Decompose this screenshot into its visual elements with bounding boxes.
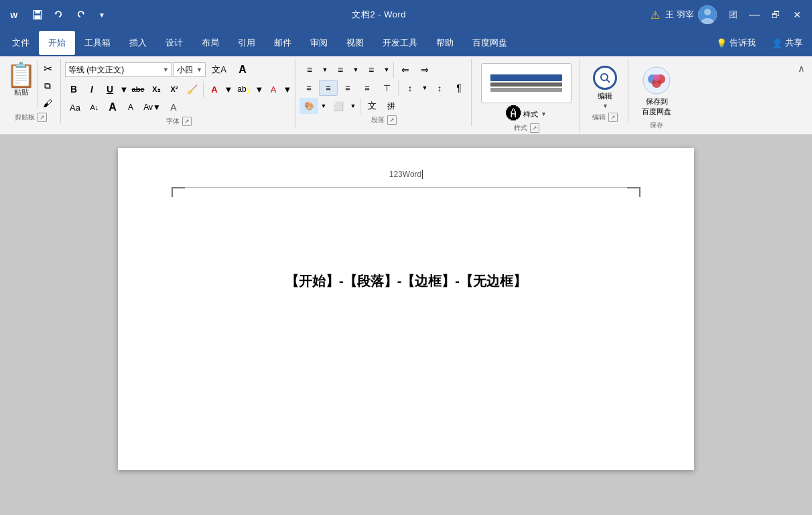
distributed-button[interactable]: ⊤ <box>377 80 396 96</box>
menu-home[interactable]: 开始 <box>39 31 75 55</box>
para-row3: 🎨 ▼ ⬜ ▼ 文 拼 <box>299 98 468 114</box>
minimize-button[interactable]: — <box>745 5 764 24</box>
ribbon-collapse-button[interactable]: ∧ <box>793 62 809 75</box>
tell-me-button[interactable]: 💡 告诉我 <box>709 34 762 52</box>
italic-button[interactable]: I <box>83 81 100 97</box>
grow-font-button[interactable]: A <box>104 99 121 115</box>
wn-button[interactable]: 文A <box>207 62 231 78</box>
increase-indent-button[interactable]: ⇒ <box>415 62 434 78</box>
bullets-dropdown[interactable]: ▼ <box>320 62 330 78</box>
shrink-font2-button[interactable]: A <box>122 99 139 115</box>
menu-insert[interactable]: 插入 <box>120 31 156 55</box>
superscript-button[interactable]: X² <box>165 81 183 97</box>
font-color2-button[interactable]: A <box>265 81 282 97</box>
save-to-baidu-button[interactable]: 保存到 百度网盘 <box>632 63 681 119</box>
paste-button[interactable]: 📋 粘贴 <box>5 60 38 109</box>
menu-design[interactable]: 设计 <box>156 31 192 55</box>
subscript-button[interactable]: X₂ <box>147 81 165 97</box>
expand-font-button[interactable]: Aa <box>65 99 85 115</box>
redo-button[interactable] <box>71 5 90 24</box>
font-size-row: Aa A↓ A A Av▼ A <box>65 99 292 115</box>
strikethrough-button[interactable]: abc <box>129 81 147 97</box>
multilevel-dropdown[interactable]: ▼ <box>382 62 391 78</box>
restore-button[interactable]: 🗗 <box>766 5 785 24</box>
clear-format-button[interactable]: 🧹 <box>184 81 201 97</box>
font-name-dropdown-arrow: ▼ <box>163 66 169 73</box>
align-center-button[interactable]: ≡ <box>319 80 338 96</box>
shading-dropdown[interactable]: ▼ <box>319 98 328 114</box>
header-corner-right <box>627 187 640 197</box>
menu-view[interactable]: 视图 <box>337 31 373 55</box>
shading-button[interactable]: 🎨 <box>299 98 318 114</box>
word-app-icon[interactable]: W <box>5 5 24 24</box>
cut-button[interactable]: ✂ <box>39 60 56 76</box>
document-content[interactable]: 【开始】-【段落】-【边框】-【无边框】 <box>172 269 640 293</box>
char-spacing-button[interactable]: Av▼ <box>140 99 164 115</box>
user-info[interactable]: ⚠ 王 羽宰 <box>647 4 721 25</box>
copy-button[interactable]: ⧉ <box>39 78 56 94</box>
clear-all-format-button[interactable]: A <box>165 99 182 115</box>
document-page[interactable]: 123Word 【开始】-【段落】-【边框】-【无边框】 <box>118 148 694 470</box>
svg-point-8 <box>601 74 608 80</box>
highlight-dropdown[interactable]: ▼ <box>255 81 264 97</box>
underline-dropdown[interactable]: ▼ <box>119 81 129 97</box>
header-content: 123Word <box>118 170 694 179</box>
customize-quick-access-button[interactable]: ▼ <box>92 5 111 24</box>
menu-developer[interactable]: 开发工具 <box>373 31 427 55</box>
clipboard-launcher[interactable]: ↗ <box>38 113 47 122</box>
paragraph-launcher[interactable]: ↗ <box>387 115 397 125</box>
editing-search-button[interactable]: 编辑 ▼ <box>589 63 621 111</box>
show-marks-button[interactable]: ¶ <box>450 80 468 96</box>
align-left-button[interactable]: ≡ <box>299 80 318 96</box>
shrink-font-button[interactable]: A↓ <box>86 99 103 115</box>
numbering-dropdown[interactable]: ▼ <box>351 62 360 78</box>
clipboard-label: 剪贴板 ↗ <box>5 111 56 123</box>
menu-baidu-disk[interactable]: 百度网盘 <box>463 31 517 55</box>
borders-dropdown[interactable]: ▼ <box>348 98 358 114</box>
borders-button[interactable]: ⬜ <box>329 98 348 114</box>
decrease-indent-button[interactable]: ⇐ <box>396 62 415 78</box>
sort-button[interactable]: ↕ <box>430 80 449 96</box>
font-size-selector[interactable]: 小四 ▼ <box>174 62 206 77</box>
menu-layout[interactable]: 布局 <box>192 31 228 55</box>
font-color-button[interactable]: A <box>206 81 223 97</box>
lightbulb-icon: 💡 <box>716 38 727 48</box>
bold-button[interactable]: B <box>65 81 82 97</box>
pinyin-button[interactable]: 拼 <box>382 98 401 114</box>
svg-text:W: W <box>10 11 17 19</box>
menu-file[interactable]: 文件 <box>3 31 39 55</box>
multilevel-button[interactable]: ≡ <box>361 62 381 78</box>
menu-toolbox[interactable]: 工具箱 <box>75 31 120 55</box>
line-spacing-dropdown[interactable]: ▼ <box>420 80 429 96</box>
font-color-dropdown[interactable]: ▼ <box>224 81 233 97</box>
menu-mailings[interactable]: 邮件 <box>265 31 301 55</box>
font-name-selector[interactable]: 等线 (中文正文) ▼ <box>65 62 172 77</box>
menu-review[interactable]: 审阅 <box>301 31 337 55</box>
chinese-layout-button[interactable]: 文 <box>362 98 381 114</box>
justify-button[interactable]: ≡ <box>358 80 377 96</box>
editing-launcher[interactable]: ↗ <box>608 113 618 122</box>
styles-panel[interactable] <box>481 63 572 103</box>
paste-label: 粘贴 <box>14 87 29 97</box>
styles-launcher[interactable]: ↗ <box>530 123 539 133</box>
font-color2-dropdown[interactable]: ▼ <box>283 81 292 97</box>
undo-button[interactable] <box>50 5 68 24</box>
menu-references[interactable]: 引用 <box>228 31 265 55</box>
align-right-button[interactable]: ≡ <box>338 80 357 96</box>
font-a-button[interactable]: A <box>232 62 253 78</box>
font-launcher[interactable]: ↗ <box>182 117 192 126</box>
line-spacing-button[interactable]: ↕ <box>401 80 419 96</box>
share-button[interactable]: 👤 共享 <box>765 34 809 52</box>
menu-help[interactable]: 帮助 <box>427 31 463 55</box>
styles-button[interactable]: 🅐 样式 ▼ <box>504 106 548 122</box>
quick-save-button[interactable] <box>28 5 47 24</box>
window-group-button[interactable]: 团 <box>724 5 742 24</box>
close-button[interactable]: ✕ <box>788 5 807 24</box>
numbering-button[interactable]: ≡ <box>330 62 350 78</box>
share-label: 共享 <box>785 37 803 49</box>
underline-button[interactable]: U <box>101 81 119 97</box>
main-document-text: 【开始】-【段落】-【边框】-【无边框】 <box>172 269 640 293</box>
highlight-button[interactable]: aby <box>234 81 254 97</box>
bullets-button[interactable]: ≡ <box>299 62 320 78</box>
format-painter-button[interactable]: 🖌 <box>39 95 56 111</box>
